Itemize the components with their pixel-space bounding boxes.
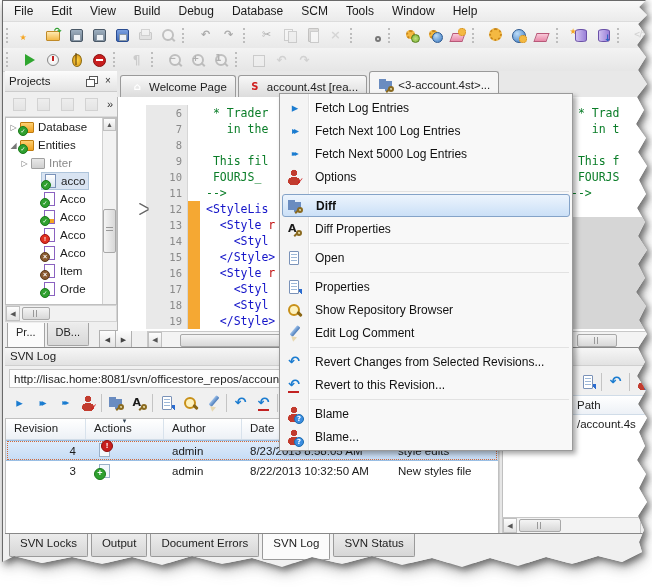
fetch-100-button[interactable]: ▸▸ [30, 392, 53, 414]
svn-paths-hscrollbar[interactable]: ◀ [502, 517, 641, 534]
tree-item-database[interactable]: ▷Database [6, 118, 116, 136]
menu-item-fetch-next-100-log-entries[interactable]: ▸▸Fetch Next 100 Log Entries [280, 119, 572, 142]
menu-scm[interactable]: SCM [292, 2, 337, 21]
menu-item-show-repository-browser[interactable]: Show Repository Browser [280, 298, 572, 321]
menu-debug[interactable]: Debug [170, 2, 223, 21]
projects-tab-db[interactable]: DB... [47, 323, 89, 346]
debug-button[interactable] [64, 49, 87, 70]
menu-database[interactable]: Database [223, 2, 292, 21]
tree-item-acco[interactable]: Acco [6, 190, 116, 208]
database-sync-button[interactable] [591, 25, 614, 46]
repository-browser-button[interactable] [178, 392, 201, 414]
menu-item-fetch-next-5000-log-entries[interactable]: ▸▸▸Fetch Next 5000 Log Entries [280, 142, 572, 165]
menu-item-edit-log-comment[interactable]: Edit Log Comment [280, 321, 572, 344]
float-panel-icon[interactable] [85, 75, 99, 88]
projects-tree[interactable]: ▷Database◢Entities▷InteraccoAccoAccoAcco… [5, 117, 117, 305]
code-line[interactable]: in t [561, 121, 650, 137]
code-line[interactable]: --> [561, 185, 650, 201]
scroll-left-icon[interactable]: ◀ [503, 518, 517, 533]
fetch-5000-button[interactable]: ▸▸▸ [53, 392, 76, 414]
tree-item-orde[interactable]: Orde [6, 280, 116, 298]
revert-revision-button[interactable]: ↶ [252, 392, 275, 414]
close-panel-icon[interactable]: × [101, 75, 115, 88]
menu-item-blame[interactable]: Blame... [280, 425, 572, 448]
save-button[interactable] [64, 25, 87, 46]
menu-edit[interactable]: Edit [42, 2, 81, 21]
properties-button[interactable] [576, 371, 599, 393]
link-button[interactable] [507, 25, 530, 46]
menu-view[interactable]: View [81, 2, 125, 21]
edit-log-comment-button[interactable] [201, 392, 224, 414]
tree-item-acco[interactable]: Acco [6, 226, 116, 244]
stop-button[interactable] [87, 49, 110, 70]
bottom-tab-document-errors[interactable]: Document Errors [150, 534, 259, 557]
code-line[interactable] [561, 201, 650, 217]
code-line[interactable]: * Trad [561, 105, 650, 121]
revert-button[interactable]: ↶ [604, 371, 627, 393]
scroll-thumb[interactable] [519, 519, 561, 532]
expander-collapsed-icon[interactable]: ▷ [19, 159, 30, 168]
run-button[interactable] [18, 49, 41, 70]
bottom-tab-svn-log[interactable]: SVN Log [262, 534, 330, 560]
form-preview-button[interactable] [362, 25, 385, 46]
projects-tree-vscrollbar[interactable]: ▲ [102, 118, 116, 304]
blame-button[interactable] [632, 371, 652, 393]
tree-item-acco[interactable]: Acco [6, 244, 116, 262]
properties-button[interactable] [155, 392, 178, 414]
rebuild-button[interactable] [423, 25, 446, 46]
toolbar-overflow-icon[interactable]: » [107, 98, 115, 110]
menu-item-properties[interactable]: Properties [280, 275, 572, 298]
scroll-left-icon[interactable]: ◀ [6, 306, 20, 321]
fetch-log-button[interactable]: ▸ [7, 392, 30, 414]
projects-hscrollbar[interactable]: ◀ [5, 305, 117, 322]
editor-tab-welcome-page[interactable]: ⌂Welcome Page [120, 75, 236, 97]
compile-button[interactable] [484, 25, 507, 46]
revert-button[interactable]: ↶ [229, 392, 252, 414]
menu-tools[interactable]: Tools [337, 2, 383, 21]
menu-file[interactable]: File [5, 2, 42, 21]
table-row-revision-3[interactable]: 3admin8/22/2013 10:32:50 AMNew styles fi… [6, 461, 498, 481]
scroll-left-icon[interactable]: ◀ [148, 332, 162, 348]
options-button[interactable] [76, 392, 99, 414]
tree-item-acco[interactable]: acco [6, 172, 116, 190]
diff-properties-button[interactable]: A [127, 392, 150, 414]
menu-item-blame[interactable]: Blame [280, 402, 572, 425]
menu-help[interactable]: Help [444, 2, 487, 21]
clean-all-button[interactable] [530, 25, 553, 46]
menu-window[interactable]: Window [383, 2, 444, 21]
bottom-tab-svn-locks[interactable]: SVN Locks [9, 534, 88, 557]
scroll-thumb[interactable] [103, 209, 116, 253]
code-line[interactable]: FOURJS [561, 169, 650, 185]
code-line[interactable] [561, 137, 650, 153]
new-database-button[interactable] [568, 25, 591, 46]
code-line[interactable]: This f [561, 153, 650, 169]
diff-right-pane[interactable]: * Trad in t This f FOURJS--> [560, 97, 650, 331]
scroll-thumb[interactable] [22, 307, 50, 320]
clean-button[interactable] [446, 25, 469, 46]
menu-build[interactable]: Build [125, 2, 170, 21]
save-all-button[interactable] [110, 25, 133, 46]
projects-tab-pr[interactable]: Pr... [7, 323, 45, 348]
menu-item-options[interactable]: Options [280, 165, 572, 188]
new-file-button[interactable] [18, 25, 41, 46]
column-header-revision[interactable]: Revision [6, 419, 86, 439]
tree-item-entities[interactable]: ◢Entities [6, 136, 116, 154]
build-button[interactable] [400, 25, 423, 46]
menu-item-open[interactable]: Open [280, 246, 572, 269]
tree-item-item[interactable]: Item [6, 262, 116, 280]
save-as-button[interactable] [87, 25, 110, 46]
menu-item-diff[interactable]: Diff [282, 194, 570, 217]
schedule-button[interactable] [41, 49, 64, 70]
column-header-actions[interactable]: Actions▾ [86, 419, 164, 439]
menu-item-revert-changes-from-selected-revisions[interactable]: ↶Revert Changes from Selected Revisions.… [280, 350, 572, 373]
menu-item-revert-to-this-revision[interactable]: ↶Revert to this Revision... [280, 373, 572, 396]
scroll-up-icon[interactable]: ▲ [103, 118, 116, 131]
bottom-tab-output[interactable]: Output [91, 534, 148, 557]
open-folder-button[interactable] [41, 25, 64, 46]
tree-item-inter[interactable]: ▷Inter [6, 154, 116, 172]
bottom-tab-svn-status[interactable]: SVN Status [333, 534, 414, 557]
diff-button[interactable] [104, 392, 127, 414]
tree-item-acco[interactable]: Acco [6, 208, 116, 226]
column-header-author[interactable]: Author [164, 419, 242, 439]
scroll-thumb[interactable] [577, 334, 617, 347]
